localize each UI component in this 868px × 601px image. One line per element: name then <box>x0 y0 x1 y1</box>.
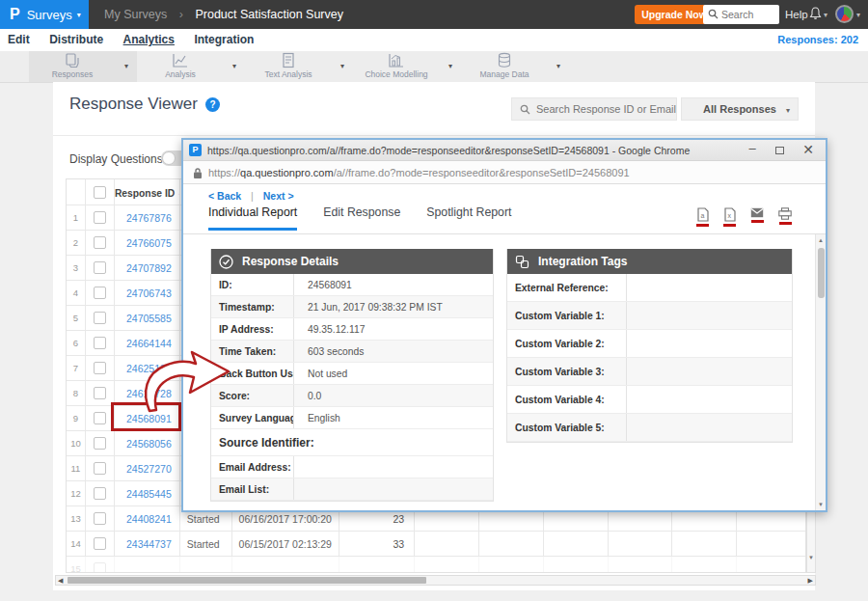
detail-value: 21 Jun, 2017 09:38:32 PM IST <box>294 296 493 317</box>
back-link[interactable]: < Back <box>208 190 241 202</box>
scroll-down-arrow-icon[interactable]: ▼ <box>807 555 815 560</box>
row-checkbox[interactable] <box>94 312 106 324</box>
response-id-link[interactable]: 24705585 <box>115 306 180 330</box>
response-id-link[interactable]: 24766075 <box>115 231 180 255</box>
pdf-export-icon[interactable]: a <box>696 207 709 227</box>
maximize-button[interactable] <box>770 140 789 161</box>
page-url: https://qa.questionpro.com/a//frame.do?m… <box>208 161 630 184</box>
response-id-link[interactable]: 24485445 <box>115 481 180 505</box>
row-checkbox[interactable] <box>94 236 106 249</box>
row-number: 4 <box>67 281 86 305</box>
scrollbar-thumb[interactable] <box>818 248 825 298</box>
surveys-product-menu[interactable]: P Surveys ▾ <box>0 0 89 29</box>
scroll-down-arrow-icon[interactable]: ▼ <box>816 502 826 507</box>
row-checkbox[interactable] <box>94 437 106 450</box>
email-icon[interactable] <box>750 207 764 227</box>
section-menu-bar: Edit Distribute Analytics Integration Re… <box>0 29 868 51</box>
tab-individual-report[interactable]: Individual Report <box>208 205 297 231</box>
response-search-box[interactable] <box>511 97 677 121</box>
row-checkbox[interactable] <box>94 362 106 374</box>
scrollbar-thumb[interactable] <box>68 577 426 584</box>
row-checkbox[interactable] <box>94 412 106 424</box>
chevron-down-icon[interactable]: ▾ <box>556 62 560 70</box>
row-checkbox[interactable] <box>94 512 106 525</box>
scroll-up-arrow-icon[interactable]: ▲ <box>816 237 826 243</box>
detail-row: Timestamp: 21 Jun, 2017 09:38:32 PM IST <box>211 296 493 318</box>
response-id-link[interactable]: 24344737 <box>115 532 180 556</box>
response-id-link[interactable]: 24527270 <box>115 456 180 480</box>
response-id-link[interactable]: 24767876 <box>115 205 180 230</box>
breadcrumb-my-surveys[interactable]: My Surveys <box>104 8 167 21</box>
response-search-input[interactable] <box>512 98 676 120</box>
browser-address-bar[interactable]: https://qa.questionpro.com/a//frame.do?m… <box>183 161 826 184</box>
toolbar-text-analysis[interactable]: Text Analysis ▾ <box>245 51 353 82</box>
export-actions: a x <box>696 207 792 227</box>
menu-item-analytics[interactable]: Analytics <box>123 29 175 51</box>
detail-row: IP Address: 49.35.12.117 <box>211 318 493 341</box>
chevron-down-icon[interactable]: ▾ <box>232 62 236 70</box>
detail-value: 49.35.12.117 <box>294 318 493 340</box>
favicon: P <box>189 144 202 156</box>
row-checkbox[interactable] <box>94 337 106 349</box>
toolbar-analysis[interactable]: Analysis ▾ <box>137 51 245 82</box>
response-id-link[interactable]: 24706743 <box>115 281 180 305</box>
scroll-right-arrow-icon[interactable]: ▶ <box>808 577 813 585</box>
row-checkbox[interactable] <box>94 562 106 573</box>
user-avatar[interactable] <box>835 5 854 23</box>
upgrade-now-button[interactable]: Upgrade Now <box>635 5 714 24</box>
popup-vertical-scrollbar[interactable]: ▲ ▼ <box>815 234 826 510</box>
scroll-left-arrow-icon[interactable]: ◀ <box>58 577 63 585</box>
tag-row: Custom Variable 3: <box>507 358 792 386</box>
chevron-down-icon[interactable]: ▾ <box>124 62 128 70</box>
menu-item-edit[interactable]: Edit <box>8 29 30 51</box>
next-link[interactable]: Next > <box>263 190 294 202</box>
menu-item-integration[interactable]: Integration <box>194 29 254 51</box>
table-row: 15 <box>67 557 805 573</box>
tab-spotlight-report[interactable]: Spotlight Report <box>426 205 511 231</box>
print-icon[interactable] <box>778 207 792 227</box>
detail-value <box>294 456 493 478</box>
table-horizontal-scrollbar[interactable]: ◀ ▶ <box>55 575 816 586</box>
select-all-checkbox[interactable] <box>94 186 106 199</box>
detail-row: Score: 0.0 <box>211 385 493 407</box>
menu-item-distribute[interactable]: Distribute <box>49 29 103 51</box>
detail-label: ID: <box>211 274 294 295</box>
chevron-down-icon[interactable]: ▾ <box>340 62 344 70</box>
help-icon[interactable]: ? <box>205 97 220 112</box>
toolbar-choice-modelling[interactable]: Choice Modelling ▾ <box>353 51 461 82</box>
svg-text:x: x <box>727 212 731 219</box>
response-id-column-header[interactable]: Response ID▲ <box>115 179 180 205</box>
row-number: 14 <box>67 532 86 556</box>
chevron-down-icon[interactable]: ▾ <box>824 11 827 19</box>
row-checkbox[interactable] <box>94 211 106 224</box>
row-checkbox[interactable] <box>94 387 106 399</box>
divider <box>183 233 826 234</box>
breadcrumb: My Surveys › Product Satisfaction Survey <box>104 0 343 29</box>
row-number: 15 <box>67 557 86 573</box>
all-responses-dropdown[interactable]: All Responses ▾ <box>681 97 799 121</box>
tab-edit-response[interactable]: Edit Response <box>323 205 400 231</box>
response-id-link[interactable]: 24707892 <box>115 256 180 280</box>
toolbar-responses[interactable]: Responses ▾ <box>29 51 137 82</box>
row-checkbox[interactable] <box>94 487 106 500</box>
search-icon <box>520 104 530 115</box>
chevron-down-icon[interactable]: ▾ <box>856 11 860 19</box>
minimize-button[interactable]: – <box>743 140 762 161</box>
response-id-link[interactable]: 24408241 <box>115 506 180 531</box>
chevron-down-icon[interactable]: ▾ <box>448 62 452 70</box>
window-title-bar[interactable]: P https://qa.questionpro.com/a//frame.do… <box>183 140 826 161</box>
detail-row: ID: 24568091 <box>211 274 493 296</box>
response-id-link[interactable]: 24568056 <box>115 431 180 455</box>
toolbar-manage-data[interactable]: Manage Data ▾ <box>461 51 569 82</box>
global-search-box[interactable] <box>703 5 779 24</box>
close-button[interactable]: ✕ <box>799 140 818 161</box>
notifications-bell-icon[interactable] <box>809 7 822 24</box>
row-checkbox[interactable] <box>94 537 106 550</box>
response-id-link[interactable] <box>115 557 180 573</box>
help-link[interactable]: Help <box>785 0 808 29</box>
row-number: 5 <box>67 306 86 330</box>
row-checkbox[interactable] <box>94 261 106 274</box>
excel-export-icon[interactable]: x <box>723 207 736 227</box>
row-checkbox[interactable] <box>94 287 106 299</box>
row-checkbox[interactable] <box>94 462 106 475</box>
